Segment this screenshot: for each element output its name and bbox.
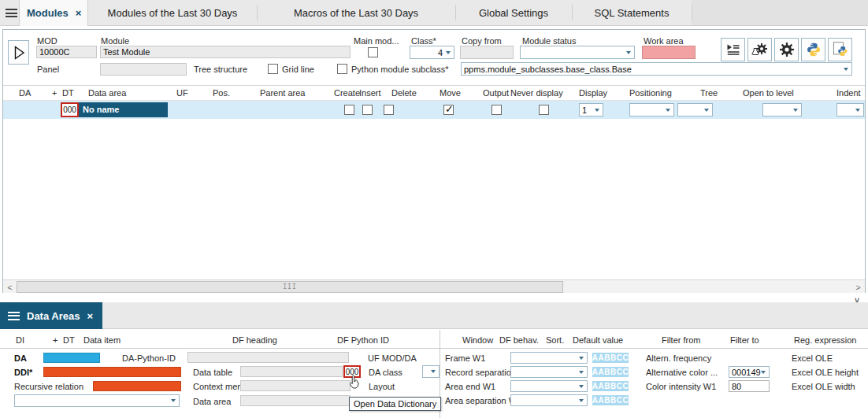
display-select[interactable]: 1 — [579, 103, 603, 117]
area-end-w1-select[interactable] — [510, 380, 588, 392]
insert-checkbox[interactable] — [362, 105, 373, 115]
work-area-field[interactable] — [642, 46, 696, 59]
grid-col-header-indent: Indent — [836, 88, 861, 98]
create-checkbox[interactable] — [344, 105, 354, 115]
da-class-label: DA class — [369, 368, 402, 378]
da-label: DA — [14, 353, 27, 364]
data-table-field[interactable] — [240, 366, 343, 377]
scroll-left-button[interactable]: < — [3, 280, 17, 294]
toolbar-divider — [3, 85, 865, 86]
grid-col-header-da: DA — [19, 88, 31, 98]
df-heading-col-header: DF heading — [232, 335, 277, 346]
add-data-item-button[interactable]: + — [53, 335, 57, 346]
copy-from-field[interactable] — [460, 46, 514, 59]
grid-col-header-never-display: Never display — [510, 88, 563, 98]
settings-button[interactable] — [774, 38, 799, 61]
python-subclass-value: ppms.module_subclasses.base_class.Base — [464, 65, 632, 74]
grid-col-header-tree: Tree — [700, 88, 718, 98]
grid-col-header-dt: DT — [62, 88, 74, 98]
tab-modules-last-30-days[interactable]: Modules of the Last 30 Days — [88, 0, 257, 25]
recursive-relation-select[interactable] — [14, 394, 180, 407]
mod-value: 10000C — [39, 47, 70, 57]
close-icon[interactable]: × — [87, 310, 93, 322]
ddi-field[interactable] — [43, 367, 181, 377]
tab-modules[interactable]: Modules × — [19, 0, 88, 26]
cursor-pointer — [350, 375, 362, 391]
main-module-label: Main mod... — [354, 36, 399, 46]
da-python-id-field[interactable] — [187, 352, 349, 363]
dt-cell[interactable]: 000 — [61, 102, 79, 117]
grid-col-header-delete: Delete — [391, 88, 417, 98]
class-select[interactable]: 4 — [410, 46, 454, 59]
open-to-level-select[interactable] — [762, 103, 802, 117]
grid-add-row-button[interactable]: + — [52, 88, 57, 98]
scroll-left-icon: < — [7, 283, 12, 292]
macro-settings-button[interactable] — [747, 38, 772, 61]
frame-w1-select[interactable] — [510, 352, 588, 364]
close-icon[interactable]: × — [76, 7, 82, 19]
grid-line-checkbox[interactable] — [268, 64, 278, 74]
area-separation-color-field[interactable]: AABBCC — [592, 395, 629, 405]
tab-macros-last-30-days[interactable]: Macros of the Last 30 Days — [257, 0, 455, 25]
panel-field[interactable] — [100, 63, 187, 76]
hand-cursor-icon — [350, 375, 362, 390]
run-module-button[interactable] — [8, 40, 29, 65]
hamburger-icon[interactable] — [8, 312, 20, 320]
tab-sql-statements[interactable]: SQL Statements — [572, 0, 692, 25]
run-list-icon — [725, 42, 741, 57]
color-intensity-value: 80 — [732, 382, 741, 391]
color-intensity-w1-field[interactable]: 80 — [729, 380, 770, 392]
data-area-field[interactable] — [240, 395, 351, 406]
data-area-name-cell[interactable]: No name — [79, 102, 168, 117]
tab-separator — [572, 5, 573, 20]
main-module-checkbox[interactable] — [368, 47, 378, 57]
hamburger-icon — [6, 9, 17, 17]
delete-checkbox[interactable] — [384, 105, 394, 115]
data-area-name: No name — [83, 105, 119, 114]
python-file-icon — [832, 41, 849, 58]
main-menu-button[interactable] — [6, 9, 17, 17]
tree-select[interactable] — [677, 103, 713, 117]
mod-field[interactable]: 10000C — [36, 46, 97, 58]
grid-row[interactable]: 000 No name 1 — [3, 101, 865, 119]
tab-data-areas[interactable]: Data Areas × — [0, 302, 102, 329]
python-subclass-checkbox[interactable] — [337, 64, 347, 74]
scrollbar-thumb[interactable]: III — [17, 281, 563, 293]
output-checkbox[interactable] — [491, 105, 502, 115]
record-separation-color-field[interactable]: AABBCC — [592, 367, 629, 377]
record-separation-w1-select[interactable] — [510, 366, 588, 378]
indent-select[interactable] — [836, 103, 864, 117]
reg-expression-col-header: Reg. expression — [794, 335, 857, 346]
python-subclass-label: Python module subclass* — [351, 65, 449, 75]
frame-w1-color-field[interactable]: AABBCC — [592, 353, 629, 363]
class-value: 4 — [438, 48, 443, 57]
panel-label: Panel — [37, 65, 59, 75]
frame-w1-label: Frame W1 — [445, 353, 485, 364]
move-checkbox[interactable] — [443, 105, 454, 115]
area-end-color-field[interactable]: AABBCC — [592, 381, 629, 391]
alternative-color-select[interactable]: 000149 — [729, 366, 770, 378]
positioning-select[interactable] — [629, 103, 674, 117]
module-name-field[interactable]: Test Module — [100, 46, 351, 58]
excel-ole-height-label: Excel OLE height — [792, 368, 859, 378]
python-file-button[interactable] — [828, 38, 852, 61]
grid-col-header-data-area: Data area — [88, 88, 126, 98]
python-button[interactable] — [801, 38, 825, 61]
horizontal-scrollbar[interactable]: < III > — [3, 279, 865, 293]
di-col-header: DI — [16, 335, 24, 346]
module-status-select[interactable] — [520, 46, 635, 59]
grid-line-label: Grid line — [282, 65, 314, 75]
never-display-checkbox[interactable] — [539, 105, 549, 115]
context-menu-field[interactable] — [240, 380, 351, 391]
run-list-button[interactable] — [721, 38, 745, 61]
gear-icon — [779, 42, 795, 57]
area-separation-w1-select[interactable] — [510, 394, 588, 406]
tabbar-spacer — [692, 0, 868, 25]
da-field[interactable] — [43, 353, 100, 363]
da-class-select[interactable] — [422, 365, 440, 378]
recursive-relation-field[interactable] — [93, 381, 181, 391]
python-subclass-select[interactable]: ppms.module_subclasses.base_class.Base — [461, 62, 852, 76]
data-item-col-header: Data item — [83, 335, 121, 346]
scroll-right-button[interactable]: > — [851, 280, 865, 294]
tab-global-settings[interactable]: Global Settings — [455, 0, 572, 25]
